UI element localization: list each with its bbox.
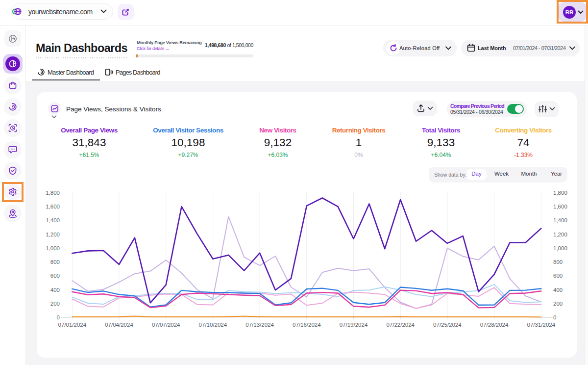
svg-text:07/19/2024: 07/19/2024 — [340, 322, 368, 328]
svg-text:200: 200 — [50, 301, 60, 307]
svg-text:400: 400 — [50, 287, 60, 293]
svg-text:200: 200 — [553, 301, 563, 307]
svg-text:07/16/2024: 07/16/2024 — [293, 322, 321, 328]
svg-text:1,400: 1,400 — [553, 217, 567, 223]
svg-text:0: 0 — [57, 314, 60, 320]
svg-text:07/10/2024: 07/10/2024 — [199, 322, 227, 328]
svg-text:1,200: 1,200 — [553, 232, 567, 237]
svg-text:07/25/2024: 07/25/2024 — [433, 322, 462, 328]
svg-text:07/31/2024: 07/31/2024 — [527, 322, 556, 328]
svg-text:07/04/2024: 07/04/2024 — [105, 322, 133, 328]
svg-text:1,600: 1,600 — [46, 204, 60, 209]
svg-text:1,000: 1,000 — [46, 245, 60, 251]
svg-text:600: 600 — [50, 273, 60, 279]
svg-text:1,800: 1,800 — [553, 190, 567, 196]
svg-text:1,000: 1,000 — [553, 245, 567, 251]
svg-text:07/22/2024: 07/22/2024 — [386, 322, 415, 328]
svg-text:800: 800 — [553, 259, 563, 265]
svg-text:07/13/2024: 07/13/2024 — [245, 322, 274, 328]
svg-text:800: 800 — [50, 259, 60, 265]
svg-text:1,600: 1,600 — [553, 204, 567, 209]
svg-text:1,400: 1,400 — [46, 217, 60, 223]
svg-text:600: 600 — [553, 273, 563, 279]
svg-text:07/07/2024: 07/07/2024 — [152, 322, 180, 328]
svg-text:400: 400 — [553, 287, 563, 293]
svg-text:1,200: 1,200 — [46, 232, 60, 237]
svg-text:07/01/2024: 07/01/2024 — [58, 322, 87, 328]
svg-text:07/28/2024: 07/28/2024 — [480, 322, 509, 328]
svg-text:0: 0 — [553, 314, 556, 320]
svg-text:1,800: 1,800 — [46, 190, 60, 196]
